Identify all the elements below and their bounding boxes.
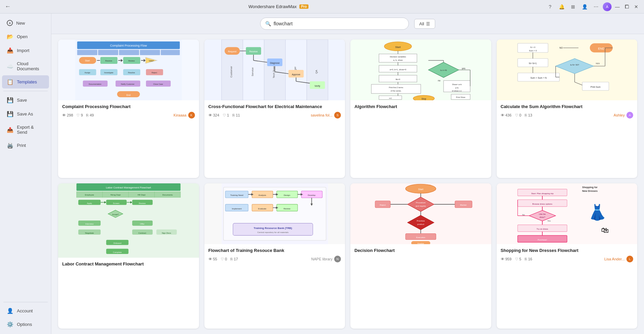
sidebar-item-open[interactable]: 📂 Open (2, 30, 49, 43)
svg-text:Yes: Yes (547, 220, 550, 222)
card-labor[interactable]: Labor Contract Management Flowchart Empl… (58, 183, 199, 329)
titlebar-right: ? 🔔 ⊞ 👤 ⋯ A — ⧠ ✕ (545, 2, 640, 11)
card-cross-functional[interactable]: Customer Service Tech Team Manager QA (204, 40, 345, 178)
card-shopping[interactable]: Shopping for New Dresses Start: Plan sho… (497, 183, 638, 329)
eye-icon-7: 👁 (501, 113, 504, 117)
card-cross-functional-image: Customer Service Tech Team Manager QA (204, 40, 345, 100)
svg-text:Complete: Complete (113, 251, 122, 253)
svg-text:Show= a+b: Show= a+b (452, 83, 462, 85)
author-avatar-cross: S (334, 112, 341, 119)
svg-text:Valid?: Valid? (149, 60, 154, 62)
export-icon: 📤 (7, 127, 14, 133)
svg-text:Labor Contract Management Flow: Labor Contract Management Flowchart (106, 186, 151, 189)
account-icon: 👤 (7, 308, 14, 314)
card-calc[interactable]: N = 0 Sum = 0 NO END N= N+1 Sum = Su (497, 40, 638, 178)
sidebar-divider-2 (3, 302, 48, 302)
search-box[interactable]: 🔍 (260, 18, 409, 30)
sidebar-item-export[interactable]: 📤 Export & Send (2, 121, 49, 138)
titlebar-center: Wondershare EdrawMax Pro (248, 4, 308, 9)
training-author: NAPE library N (311, 256, 341, 262)
svg-text:a, b, show: a, b, show (393, 59, 403, 61)
card-complaint-meta: 👁 298 ♡ 9 ⎘ 49 Kiraaaa (62, 112, 195, 119)
svg-text:Start: Start (85, 59, 90, 62)
copy-icon-7: ⎘ (525, 113, 527, 117)
svg-text:Review: Review (128, 60, 135, 62)
card-training[interactable]: Training Need Analysis Design Develop Im… (204, 183, 345, 329)
shopping-author: Lisa Ander... L (604, 256, 633, 262)
svg-text:Documents: Documents (162, 194, 173, 196)
svg-text:yes: yes (462, 67, 466, 70)
svg-text:Evaluate: Evaluate (258, 207, 267, 210)
sidebar-item-account[interactable]: 👤 Account (2, 304, 49, 317)
sidebar-item-new[interactable]: + New (2, 17, 49, 29)
svg-rect-76 (371, 84, 421, 94)
card-calc-image: N = 0 Sum = 0 NO END N= N+1 Sum = Su (497, 40, 638, 100)
card-algorithm-fib[interactable]: Start Declare variables a, b, show a=0, … (350, 40, 491, 178)
card-labor-title: Labor Contract Management Flowchart (62, 261, 195, 267)
sidebar-item-cloud[interactable]: ☁️ Cloud Documents (2, 58, 49, 75)
svg-text:Print first 2 terms: Print first 2 terms (389, 86, 403, 88)
help-button[interactable]: ? (545, 2, 555, 11)
svg-text:Sum = 0: Sum = 0 (529, 49, 537, 52)
author-avatar-training: N (334, 256, 341, 262)
apps-button[interactable]: ⊞ (568, 2, 578, 11)
sidebar-item-print[interactable]: 🖨️ Print (2, 139, 49, 152)
svg-text:Like the: Like the (539, 213, 546, 215)
svg-text:Purchase!: Purchase! (538, 238, 547, 241)
author-avatar-complaint: K (188, 112, 195, 119)
svg-text:dress?: dress? (539, 216, 545, 218)
training-views: 👁 55 (208, 257, 217, 261)
svg-text:no: no (438, 79, 441, 82)
card-decision[interactable]: Start Procedure and regular Reject (350, 183, 491, 329)
svg-text:Resolve: Resolve (128, 72, 135, 74)
copy-icon-8: ⎘ (525, 257, 527, 261)
svg-text:End: End (126, 94, 130, 96)
svg-text:Browse dress options: Browse dress options (532, 203, 552, 205)
calc-author: Ashley A (614, 112, 633, 119)
card-complaint[interactable]: Complaint Processing Flow Start Receive (58, 40, 199, 178)
svg-text:Print Sum: Print Sum (590, 86, 600, 88)
svg-text:Notify Customer: Notify Customer (121, 83, 134, 85)
svg-text:Start: Start (395, 46, 401, 49)
back-button[interactable]: ← (4, 3, 11, 10)
sidebar-item-import[interactable]: 📥 Import (2, 44, 49, 57)
complaint-views: 👁 298 (62, 113, 73, 117)
sidebar-item-save[interactable]: 💾 Save (2, 94, 49, 107)
sidebar-item-options[interactable]: ⚙️ Options (2, 318, 49, 331)
svg-text:Design: Design (283, 194, 290, 196)
svg-text:Sign Docs: Sign Docs (162, 232, 171, 234)
cross-likes: ♡ 1 (223, 113, 229, 118)
user-button[interactable]: 👤 (580, 2, 589, 11)
card-complaint-image: Complaint Processing Flow Start Receive (58, 40, 199, 100)
svg-rect-7 (161, 50, 180, 55)
svg-text:Customer: Customer (230, 66, 233, 77)
maximize-button[interactable]: ⧠ (623, 3, 630, 10)
save-icon: 💾 (7, 97, 14, 103)
card-labor-image: Labor Contract Management Flowchart Empl… (58, 183, 199, 258)
svg-text:Review: Review (283, 207, 291, 210)
search-input[interactable] (274, 21, 404, 26)
sidebar-item-templates[interactable]: 📋 Templates (2, 75, 49, 88)
more-button[interactable]: ⋯ (591, 2, 601, 11)
card-algorithm-fib-title: Algorithm Flowchart (354, 104, 487, 110)
svg-text:fib=0: fib=0 (396, 78, 400, 80)
close-button[interactable]: ✕ (633, 3, 640, 10)
main-layout: + New 📂 Open 📥 Import ☁️ Cloud Documents… (0, 14, 644, 334)
sidebar-item-saveas[interactable]: 💾 Save As (2, 107, 49, 121)
minimize-button[interactable]: — (614, 3, 621, 10)
notification-button[interactable]: 🔔 (557, 2, 566, 11)
svg-text:Offer: Offer (140, 223, 144, 225)
filter-button[interactable]: All ☰ (414, 19, 435, 29)
filter-chevron-icon: ☰ (426, 21, 430, 26)
svg-text:and regular: and regular (416, 205, 426, 207)
author-avatar-calc: A (626, 112, 633, 119)
card-shopping-body: Shopping for New Dresses Flowchart 👁 959… (497, 244, 638, 266)
svg-text:of the series.: of the series. (391, 90, 402, 92)
app-title: Wondershare EdrawMax (248, 4, 297, 9)
svg-text:Training Resource Bank (TRB): Training Resource Bank (TRB) (253, 227, 292, 230)
saveas-icon: 💾 (7, 111, 14, 117)
svg-text:Request: Request (228, 50, 236, 53)
cross-views: 👁 324 (208, 113, 219, 117)
svg-text:Verify: Verify (314, 85, 320, 87)
svg-text:🛍: 🛍 (601, 226, 609, 234)
